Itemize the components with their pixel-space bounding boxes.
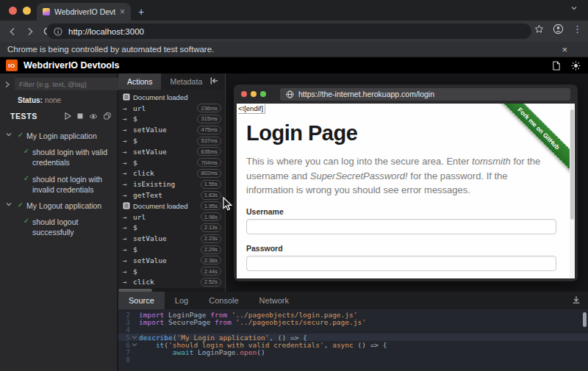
action-row[interactable]: →url236ms [118,103,225,114]
action-row[interactable]: →$2.29s [118,244,225,255]
preview-scrollbar[interactable] [570,104,575,278]
command-arrow-icon: → [123,245,133,253]
code-line: 3import SecurePage from '../pageobjects/… [118,318,588,325]
profile-avatar-icon[interactable] [553,24,564,35]
test-label: should login with valid credentials [32,147,109,168]
fold-chevron-icon[interactable] [130,342,139,347]
code-scrollbar[interactable] [583,312,587,327]
theme-toggle-sun-icon[interactable] [571,61,581,71]
chevron-down-icon[interactable] [3,132,15,137]
back-icon[interactable] [7,26,18,37]
action-label: $ [133,223,201,231]
preview-close-button [241,91,247,97]
tab-network[interactable]: Network [249,292,299,309]
command-arrow-icon: → [123,104,133,112]
menu-dots-icon[interactable]: ⋮ [573,24,582,35]
tab-log[interactable]: Log [165,292,198,309]
tree-suite-row[interactable]: ✓My Logout application [1,198,114,214]
action-row[interactable]: →$2.44s [118,266,225,277]
action-label: $ [133,159,197,167]
action-duration-badge: 2.52s [201,278,221,287]
source-code: 2import LoginPage from '../pageobjects/l… [118,309,588,371]
tree-test-row[interactable]: ✓should login with valid credentials [1,144,114,170]
tree-suite-row[interactable]: ✓My Login application [1,128,114,144]
action-row[interactable]: →$315ms [118,114,225,125]
forward-icon[interactable] [25,26,35,37]
tab-search-icon[interactable] [570,4,578,12]
status-label: Status: [18,96,43,104]
command-arrow-icon: → [123,159,133,167]
test-passed-check-icon: ✓ [21,174,32,182]
action-row[interactable]: →$537ms [118,135,225,146]
url-bar[interactable]: http://localhost:3000 [46,24,531,39]
action-duration-badge: 2.23s [201,234,221,243]
preview-minimize-button [251,91,257,97]
fold-chevron-icon[interactable] [130,334,139,340]
mouse-cursor [223,197,233,212]
download-icon[interactable] [572,295,581,304]
infobar-close-icon[interactable]: × [562,44,567,55]
action-row[interactable]: Document loaded [118,92,225,103]
new-tab-button[interactable]: + [138,6,144,18]
action-row[interactable]: →url1.98s [118,212,225,223]
code-text: await LoginPage.open() [139,348,265,356]
action-row[interactable]: →setValue2.23s [118,233,225,244]
code-line: 5describe('My Login application', () => … [118,334,588,341]
action-row[interactable]: →isExisting1.55s [118,179,225,190]
suite-label: My Logout application [26,201,101,211]
action-label: setValue [133,234,201,242]
action-duration-badge: 1.98s [201,212,221,221]
report-file-icon[interactable] [552,61,561,71]
bottom-panel: SourceLogConsoleNetwork 2import LoginPag… [118,292,588,371]
action-row[interactable]: →setValue475ms [118,124,225,135]
test-passed-check-icon: ✓ [21,217,32,225]
filter-input[interactable] [15,78,121,90]
password-input[interactable] [246,256,556,271]
copy-icon[interactable] [104,112,111,120]
automation-infobar: Chrome is being controlled by automated … [0,42,588,57]
bookmark-star-icon[interactable] [534,24,544,34]
preview-url-text: https://the-internet.herokuapp.com/login [298,90,434,98]
action-label: $ [133,267,201,275]
tab-console[interactable]: Console [198,292,248,309]
command-arrow-icon: → [123,115,133,123]
action-row[interactable]: →setValue2.38s [118,255,225,266]
username-input[interactable] [246,219,556,234]
preview-pane: https://the-internet.herokuapp.com/login… [226,73,588,292]
action-row[interactable]: →$2.13s [118,223,225,234]
tab-source[interactable]: Source [118,292,165,309]
app-header: IO WebdriverIO Devtools [0,57,588,73]
tab-actions[interactable]: Actions [118,73,161,90]
code-line: 6 it('should login with valid credential… [118,341,588,348]
minimize-window-button[interactable] [23,7,31,15]
login-description: This is where you can log into the secur… [246,154,556,198]
tab-close-icon[interactable]: × [120,7,125,16]
watch-eye-icon[interactable] [89,113,98,120]
test-passed-check-icon: ✓ [21,147,32,155]
test-label: should logout successfully [32,217,109,237]
chevron-down-icon[interactable] [3,201,15,207]
browser-tab[interactable]: WebdriverIO Devtools × [37,3,131,21]
command-arrow-icon: → [123,180,133,188]
action-row[interactable]: →getText1.63s [118,190,225,201]
tree-test-row[interactable]: ✓should not login with invalid credentia… [1,171,114,198]
action-row[interactable]: Document loaded1.95s [118,201,225,212]
collapse-panel-icon[interactable] [209,76,219,85]
status-value: none [45,96,61,104]
action-row[interactable]: →setValue635ms [118,146,225,157]
tab-favicon-icon [43,8,50,15]
action-row[interactable]: →click2.52s [118,277,225,288]
login-page-heading: Login Page [246,121,553,145]
stop-tests-icon[interactable] [77,113,83,119]
tree-test-row[interactable]: ✓should logout successfully [1,214,114,240]
action-row[interactable]: →$704ms [118,157,225,168]
command-arrow-icon: → [123,137,133,145]
site-info-icon[interactable] [54,27,62,36]
run-tests-icon[interactable] [65,112,71,120]
action-duration-badge: 236ms [197,104,221,112]
close-window-button[interactable] [9,7,17,15]
action-duration-badge: 1.55s [201,180,221,189]
sidebar-collapse-icon[interactable] [4,81,10,88]
tab-metadata[interactable]: Metadata [161,73,211,90]
action-row[interactable]: →click802ms [118,168,225,179]
